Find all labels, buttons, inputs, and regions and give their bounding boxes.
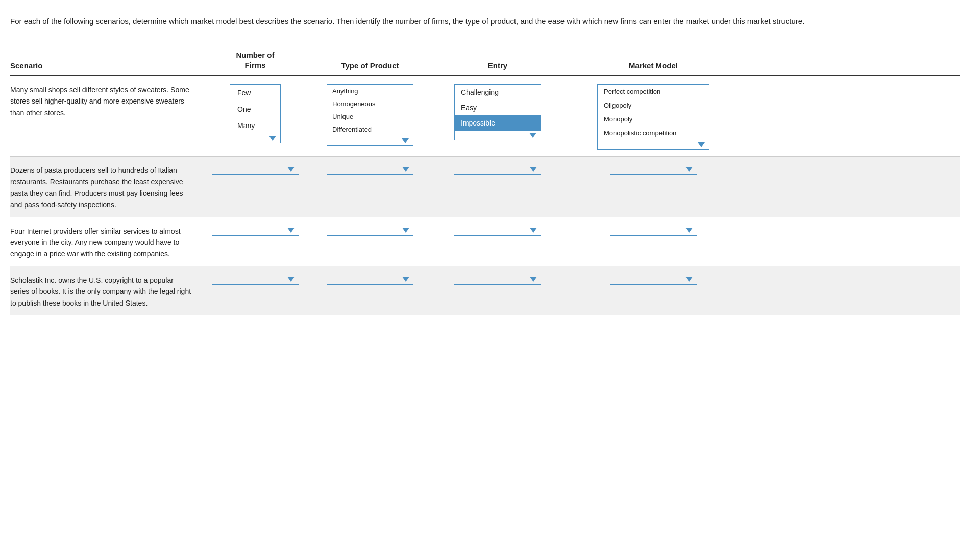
table-row: Many small shops sell different styles o…: [10, 76, 960, 157]
entry-option-easy[interactable]: Easy: [455, 100, 541, 115]
market-option-perfect[interactable]: Perfect competition: [598, 85, 709, 98]
firms-dropdown-cell: [204, 272, 306, 285]
product-dropdown[interactable]: [327, 274, 413, 285]
firms-dropdown[interactable]: [212, 226, 299, 236]
col-header-entry: Entry: [434, 59, 561, 72]
entry-dropdown-open[interactable]: Challenging Easy Impossible: [454, 84, 541, 140]
market-arrow-icon: [685, 277, 693, 282]
market-dropdown-cell: [561, 272, 745, 285]
entry-dropdown[interactable]: [454, 226, 541, 236]
product-dropdown-trigger[interactable]: [327, 165, 413, 175]
entry-arrow-icon: [530, 277, 537, 282]
entry-dropdown[interactable]: [454, 274, 541, 285]
col-header-firms: Number of Firms: [204, 48, 306, 72]
firms-option-many[interactable]: Many: [230, 117, 280, 134]
col-header-scenario: Scenario: [10, 59, 204, 72]
entry-option-challenging[interactable]: Challenging: [455, 85, 541, 100]
product-dropdown-trigger[interactable]: [327, 226, 413, 236]
market-dropdown-cell: [561, 223, 745, 236]
firms-dropdown-cell: Few One Many: [204, 82, 306, 143]
entry-dropdown-trigger[interactable]: [454, 165, 541, 175]
firms-dropdown-open[interactable]: Few One Many: [230, 84, 281, 143]
firms-dropdown[interactable]: [212, 165, 299, 175]
scenario-text: Scholastik Inc. owns the U.S. copyright …: [10, 272, 204, 309]
product-dropdown-cell: Anything Homogeneous Unique Differentiat…: [306, 82, 434, 146]
entry-option-impossible[interactable]: Impossible: [455, 115, 541, 131]
firms-option-one[interactable]: One: [230, 101, 280, 117]
product-dropdown[interactable]: [327, 226, 413, 236]
entry-arrow-icon: [530, 228, 537, 233]
market-dropdown-trigger[interactable]: [610, 226, 697, 236]
product-dropdown-cell: [306, 163, 434, 175]
market-option-monopolistic[interactable]: Monopolistic competition: [598, 126, 709, 140]
firms-dropdown-trigger[interactable]: [212, 165, 299, 175]
market-arrow-icon: [685, 228, 693, 233]
table-row: Four Internet providers offer similar se…: [10, 217, 960, 266]
product-dropdown-cell: [306, 272, 434, 285]
table-row: Dozens of pasta producers sell to hundre…: [10, 157, 960, 217]
firms-option-few[interactable]: Few: [230, 85, 280, 101]
product-dropdown-footer: [327, 136, 413, 145]
product-option-homogeneous[interactable]: Homogeneous: [327, 97, 413, 110]
market-dropdown-arrow-icon: [698, 142, 705, 147]
product-dropdown-trigger[interactable]: [327, 274, 413, 285]
market-dropdown[interactable]: [610, 165, 697, 175]
intro-text: For each of the following scenarios, det…: [10, 15, 929, 28]
product-arrow-icon: [402, 277, 409, 282]
product-dropdown-open[interactable]: Anything Homogeneous Unique Differentiat…: [327, 84, 413, 146]
product-arrow-icon: [402, 228, 409, 233]
entry-dropdown-arrow-icon: [529, 133, 536, 138]
market-dropdown-trigger[interactable]: [610, 165, 697, 175]
market-option-monopoly[interactable]: Monopoly: [598, 112, 709, 126]
entry-dropdown-footer: [455, 131, 541, 140]
entry-dropdown-trigger[interactable]: [454, 226, 541, 236]
table-row: Scholastik Inc. owns the U.S. copyright …: [10, 266, 960, 315]
firms-dropdown-trigger[interactable]: [212, 226, 299, 236]
market-dropdown-cell: Perfect competition Oligopoly Monopoly M…: [561, 82, 745, 150]
table-container: Scenario Number of Firms Type of Product…: [10, 48, 960, 315]
firms-dropdown-trigger[interactable]: [212, 274, 299, 285]
market-dropdown-open[interactable]: Perfect competition Oligopoly Monopoly M…: [597, 84, 709, 150]
product-arrow-icon: [402, 167, 409, 172]
product-option-differentiated[interactable]: Differentiated: [327, 123, 413, 136]
entry-dropdown-cell: Challenging Easy Impossible: [434, 82, 561, 140]
table-header: Scenario Number of Firms Type of Product…: [10, 48, 960, 76]
product-option-anything[interactable]: Anything: [327, 85, 413, 97]
scenario-text: Four Internet providers offer similar se…: [10, 223, 204, 260]
scenario-text: Many small shops sell different styles o…: [10, 82, 204, 118]
market-dropdown[interactable]: [610, 274, 697, 285]
firms-dropdown-cell: [204, 223, 306, 236]
market-arrow-icon: [685, 167, 693, 172]
entry-dropdown-cell: [434, 272, 561, 285]
col-header-product: Type of Product: [306, 59, 434, 72]
entry-dropdown-cell: [434, 223, 561, 236]
firms-dropdown[interactable]: [212, 274, 299, 285]
market-dropdown-footer: [598, 140, 709, 149]
firms-dropdown-footer: [230, 134, 280, 143]
product-dropdown-cell: [306, 223, 434, 236]
market-dropdown-trigger[interactable]: [610, 274, 697, 285]
firms-arrow-icon: [287, 277, 295, 282]
market-dropdown-cell: [561, 163, 745, 175]
market-dropdown[interactable]: [610, 226, 697, 236]
product-dropdown-arrow-icon: [402, 138, 409, 143]
market-option-oligopoly[interactable]: Oligopoly: [598, 98, 709, 112]
product-option-unique[interactable]: Unique: [327, 110, 413, 123]
firms-dropdown-arrow-icon: [269, 136, 276, 141]
entry-dropdown[interactable]: [454, 165, 541, 175]
firms-arrow-icon: [287, 167, 295, 172]
firms-arrow-icon: [287, 228, 295, 233]
col-header-model: Market Model: [561, 59, 745, 72]
entry-dropdown-cell: [434, 163, 561, 175]
scenario-text: Dozens of pasta producers sell to hundre…: [10, 163, 204, 211]
product-dropdown[interactable]: [327, 165, 413, 175]
firms-dropdown-cell: [204, 163, 306, 175]
entry-dropdown-trigger[interactable]: [454, 274, 541, 285]
entry-arrow-icon: [530, 167, 537, 172]
